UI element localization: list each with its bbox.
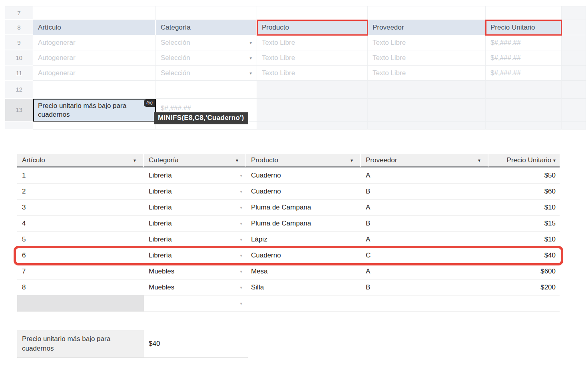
cell-articulo[interactable]: 4 — [17, 215, 144, 231]
cell-c7[interactable] — [156, 6, 257, 20]
cell-precio-format[interactable]: $#,###.## — [486, 66, 562, 81]
filter-arrow-icon[interactable]: ▼ — [350, 158, 354, 163]
cell-precio[interactable]: $10 — [488, 231, 560, 247]
header-producto[interactable]: Producto ▼ — [246, 154, 361, 168]
cell-e7[interactable] — [368, 6, 486, 20]
cell-texto-libre[interactable]: Texto Libre — [257, 66, 368, 81]
cell-producto[interactable]: Pluma de Campana — [246, 215, 361, 231]
cell-precio[interactable]: $200 — [488, 279, 560, 295]
cell-precio[interactable]: $600 — [488, 263, 560, 279]
cell-proveedor-empty[interactable] — [361, 295, 488, 311]
cell-categoria[interactable]: Muebles ▾ — [144, 279, 246, 295]
cell-autogenerar[interactable]: Autogenerar — [33, 66, 156, 81]
selected-formula-label-cell[interactable]: Precio unitario más bajo para cuadernos … — [33, 99, 156, 122]
row-header-7[interactable]: 7 — [5, 6, 33, 20]
cell-proveedor[interactable]: B — [361, 279, 488, 295]
filter-arrow-icon[interactable]: ▼ — [477, 158, 481, 163]
header-proveedor[interactable]: Proveedor ▼ — [361, 154, 488, 168]
cell-proveedor[interactable]: C — [361, 247, 488, 263]
cell-producto-empty[interactable] — [246, 295, 361, 311]
cell-producto[interactable]: Pluma de Campana — [246, 199, 361, 215]
cell-texto-libre[interactable]: Texto Libre — [257, 35, 368, 50]
cell-producto[interactable]: Lápiz — [246, 231, 361, 247]
row-header-13[interactable]: 13 — [5, 99, 33, 122]
dropdown-arrow-icon[interactable]: ▾ — [249, 70, 252, 76]
cell-seleccion[interactable]: Selección ▾ — [156, 35, 257, 50]
column-header-producto-highlighted[interactable]: Producto — [257, 20, 368, 35]
dropdown-arrow-icon[interactable]: ▾ — [240, 269, 242, 274]
cell-articulo[interactable]: 8 — [17, 279, 144, 295]
cell-b12[interactable] — [33, 81, 156, 99]
column-header-proveedor[interactable]: Proveedor — [368, 20, 486, 35]
cell-proveedor[interactable]: A — [361, 168, 488, 183]
cell-autogenerar[interactable]: Autogenerar — [33, 50, 156, 66]
dropdown-arrow-icon[interactable]: ▾ — [249, 40, 252, 45]
row-header-11[interactable]: 11 — [5, 66, 33, 81]
cell-producto[interactable]: Mesa — [246, 263, 361, 279]
filter-arrow-icon[interactable]: ▼ — [133, 158, 137, 163]
cell-texto-libre[interactable]: Texto Libre — [257, 50, 368, 66]
cell-articulo[interactable]: 5 — [17, 231, 144, 247]
cell-producto[interactable]: Silla — [246, 279, 361, 295]
row-header-8[interactable]: 8 — [5, 20, 33, 35]
cell-articulo[interactable]: 6 — [17, 247, 144, 263]
cell-autogenerar[interactable]: Autogenerar — [33, 35, 156, 50]
dropdown-arrow-icon[interactable]: ▾ — [240, 205, 242, 210]
cell-seleccion[interactable]: Selección ▾ — [156, 50, 257, 66]
cell-b7[interactable] — [33, 6, 156, 20]
column-header-articulo[interactable]: Artículo — [33, 20, 156, 35]
header-categoria[interactable]: Categoría ▼ — [144, 154, 246, 168]
cell-categoria[interactable]: Librería ▾ — [144, 168, 246, 183]
cell-categoria[interactable]: Muebles ▾ — [144, 263, 246, 279]
cell-proveedor[interactable]: A — [361, 263, 488, 279]
row-header-10[interactable]: 10 — [5, 50, 33, 66]
cell-articulo[interactable]: 7 — [17, 263, 144, 279]
dropdown-arrow-icon[interactable]: ▾ — [240, 301, 242, 306]
cell-categoria[interactable]: Librería ▾ — [144, 184, 246, 199]
cell-texto-libre[interactable]: Texto Libre — [368, 66, 486, 81]
cell-precio[interactable]: $40 — [488, 247, 560, 263]
cell-precio-format[interactable]: $#,###.## — [486, 50, 562, 66]
filter-arrow-icon[interactable]: ▼ — [235, 158, 239, 163]
cell-categoria-empty[interactable]: ▾ — [144, 295, 246, 311]
cell-texto-libre[interactable]: Texto Libre — [368, 35, 486, 50]
dropdown-arrow-icon[interactable]: ▾ — [249, 55, 252, 60]
dropdown-arrow-icon[interactable]: ▾ — [240, 285, 242, 290]
dropdown-arrow-icon[interactable]: ▾ — [240, 253, 242, 258]
dropdown-arrow-icon[interactable]: ▾ — [240, 237, 242, 242]
header-articulo[interactable]: Artículo ▼ — [17, 154, 144, 168]
cell-precio[interactable]: $15 — [488, 215, 560, 231]
cell-precio-empty[interactable] — [488, 295, 560, 311]
header-precio-unitario[interactable]: Precio Unitario ▼ — [488, 154, 560, 168]
cell-producto[interactable]: Cuaderno — [246, 184, 361, 199]
column-header-categoria[interactable]: Categoría — [156, 20, 257, 35]
cell-articulo[interactable]: 3 — [17, 199, 144, 215]
cell-proveedor[interactable]: B — [361, 184, 488, 199]
dropdown-arrow-icon[interactable]: ▾ — [240, 221, 242, 226]
cell-proveedor[interactable]: A — [361, 231, 488, 247]
cell-categoria[interactable]: Librería ▾ — [144, 199, 246, 215]
cell-precio[interactable]: $60 — [488, 184, 560, 199]
row-header-12[interactable]: 12 — [5, 81, 33, 99]
cell-proveedor[interactable]: A — [361, 199, 488, 215]
cell-precio-format[interactable]: $#,###.## — [486, 35, 562, 50]
cell-d7[interactable] — [257, 6, 368, 20]
dropdown-arrow-icon[interactable]: ▾ — [240, 173, 242, 178]
cell-categoria[interactable]: Librería ▾ — [144, 231, 246, 247]
cell-producto[interactable]: Cuaderno — [246, 168, 361, 183]
cell-precio[interactable]: $10 — [488, 199, 560, 215]
cell-categoria[interactable]: Librería ▾ — [144, 215, 246, 231]
dropdown-arrow-icon[interactable]: ▾ — [240, 189, 242, 194]
cell-b14[interactable] — [33, 122, 156, 130]
cell-c12[interactable] — [156, 81, 257, 99]
column-header-precio-unitario-highlighted[interactable]: Precio Unitario — [486, 20, 562, 35]
cell-categoria[interactable]: Librería ▾ — [144, 247, 246, 263]
filter-arrow-icon[interactable]: ▼ — [552, 158, 556, 163]
cell-articulo-empty[interactable] — [17, 295, 144, 311]
cell-precio[interactable]: $50 — [488, 168, 560, 183]
cell-articulo[interactable]: 2 — [17, 184, 144, 199]
cell-seleccion[interactable]: Selección ▾ — [156, 66, 257, 81]
cell-articulo[interactable]: 1 — [17, 168, 144, 183]
row-header-9[interactable]: 9 — [5, 35, 33, 50]
cell-producto[interactable]: Cuaderno — [246, 247, 361, 263]
